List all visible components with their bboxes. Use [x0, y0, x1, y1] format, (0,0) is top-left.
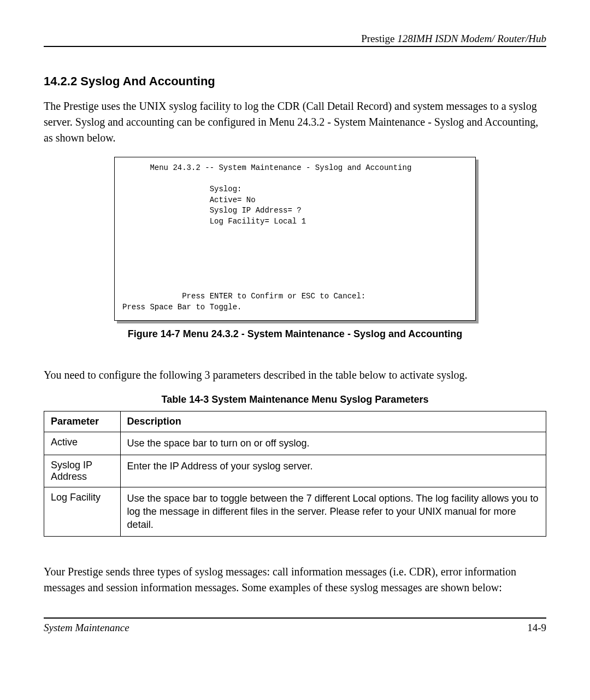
terminal-box: Menu 24.3.2 -- System Maintenance - Sysl…	[114, 157, 476, 321]
section-number: 14.2.2	[44, 74, 77, 88]
figure-caption: Figure 14-7 Menu 24.3.2 - System Mainten…	[44, 328, 546, 340]
header-model: 128IMH ISDN Modem/ Router/Hub	[397, 33, 546, 44]
mid-paragraph: You need to configure the following 3 pa…	[44, 367, 546, 383]
table-header-row: Parameter Description	[44, 411, 546, 432]
section-heading: 14.2.2 Syslog And Accounting	[44, 74, 546, 89]
desc-cell: Use the space bar to toggle between the …	[120, 487, 546, 536]
table-header-parameter: Parameter	[44, 411, 121, 432]
table-header-description: Description	[120, 411, 546, 432]
table-row: Log Facility Use the space bar to toggle…	[44, 487, 546, 536]
desc-cell: Use the space bar to turn on or off sysl…	[120, 432, 546, 455]
parameters-table: Parameter Description Active Use the spa…	[44, 411, 546, 536]
table-caption: Table 14-3 System Maintenance Menu Syslo…	[44, 394, 546, 405]
closing-paragraph: Your Prestige sends three types of syslo…	[44, 564, 546, 596]
desc-cell: Enter the IP Address of your syslog serv…	[120, 455, 546, 487]
terminal-content: Menu 24.3.2 -- System Maintenance - Sysl…	[115, 157, 475, 320]
section-title: Syslog And Accounting	[80, 74, 215, 88]
page-header: Prestige 128IMH ISDN Modem/ Router/Hub	[44, 33, 546, 47]
table-row: Active Use the space bar to turn on or o…	[44, 432, 546, 455]
intro-paragraph: The Prestige uses the UNIX syslog facili…	[44, 98, 546, 146]
param-cell: Log Facility	[44, 487, 121, 536]
table-row: Syslog IP Address Enter the IP Address o…	[44, 455, 546, 487]
param-cell: Syslog IP Address	[44, 455, 121, 487]
page-footer: System Maintenance 14-9	[44, 617, 546, 634]
footer-page-number: 14-9	[527, 622, 546, 634]
param-cell: Active	[44, 432, 121, 455]
footer-left: System Maintenance	[44, 622, 129, 634]
header-brand: Prestige	[361, 33, 397, 44]
